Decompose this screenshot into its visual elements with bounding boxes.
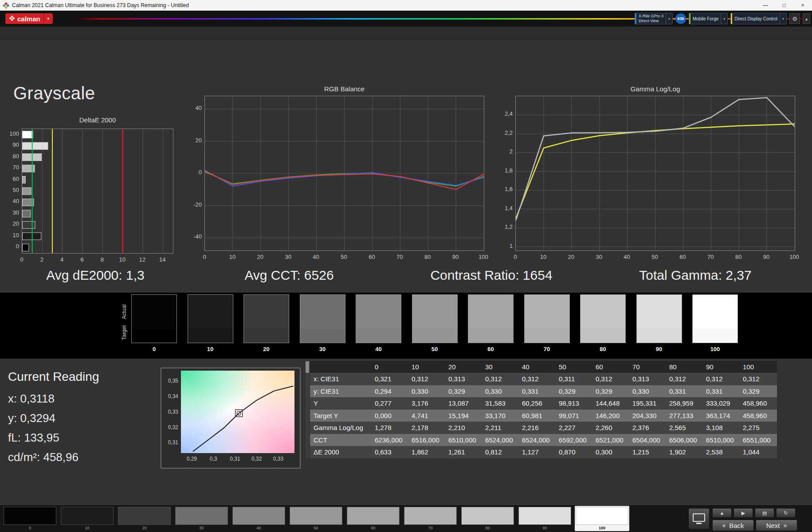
close-button[interactable]: × <box>793 0 812 11</box>
table-cell: 0,312 <box>519 375 556 383</box>
pattern-button-60[interactable]: 60 <box>346 506 400 531</box>
deltae-y-tick: 10 <box>0 232 19 239</box>
rgb-y-tick: -40 <box>183 233 202 240</box>
grayscale-swatch-10 <box>188 294 233 343</box>
pattern-swatch <box>61 507 114 525</box>
rgb-x-tick: 70 <box>391 254 408 260</box>
pattern-grid-button[interactable]: ▤ <box>755 508 774 518</box>
pattern-window-button[interactable] <box>688 508 710 529</box>
gamma-y-tick: 2,2 <box>494 129 513 136</box>
swatch-actual <box>356 295 401 329</box>
pattern-swatch <box>347 507 400 525</box>
table-cell: 2,565 <box>667 424 703 431</box>
pattern-button-70[interactable]: 70 <box>403 506 458 531</box>
pattern-button-90[interactable]: 90 <box>518 506 572 531</box>
minimize-button[interactable]: — <box>756 0 775 11</box>
pattern-button-40[interactable]: 40 <box>231 506 286 531</box>
table-row: y: CIE310,2940,3300,3290,3300,3310,3290,… <box>310 385 777 398</box>
gamma-x-tick: 10 <box>534 254 552 260</box>
calman-menu-button[interactable]: calman <box>5 13 45 24</box>
pattern-button-50[interactable]: 50 <box>289 506 343 531</box>
table-cell: 0,330 <box>409 387 446 395</box>
toolbar-right-cluster: X-Rite i1Pro 3 Direct View ▾ 636 Mobile … <box>635 13 810 24</box>
table-row: Gamma Log/Log1,2782,1782,2102,2112,2162,… <box>310 422 777 434</box>
table-cell: 6551,000 <box>740 436 777 444</box>
table-cell: 0,313 <box>446 375 482 383</box>
swatch-level-label: 40 <box>356 346 401 352</box>
pattern-swatch <box>290 507 342 525</box>
deltae-chart-svg <box>22 129 173 253</box>
swatch-level-label: 0 <box>131 346 177 352</box>
swatch-level-label: 80 <box>580 346 626 352</box>
table-cell: 0,313 <box>630 375 667 383</box>
gamma-y-tick: 1 <box>494 243 513 249</box>
swatch-level-label: 70 <box>524 346 570 352</box>
pattern-button-80[interactable]: 80 <box>460 506 515 531</box>
pattern-button-20[interactable]: 20 <box>117 506 172 531</box>
collapse-toolbar-button[interactable]: ▴ <box>803 13 810 24</box>
gamma-y-tick: 1,6 <box>494 186 513 192</box>
table-cell: 6236,000 <box>372 436 409 444</box>
source-selector[interactable]: Mobile Forge ▾ <box>689 13 728 24</box>
meter-selector[interactable]: X-Rite i1Pro 3 Direct View ▾ <box>635 13 673 24</box>
table-cell: 0,312 <box>703 375 740 383</box>
swatch-level-label: 20 <box>243 346 289 352</box>
current-reading-title: Current Reading <box>8 370 99 384</box>
swatch-actual <box>244 295 289 329</box>
table-cell: 0,330 <box>482 387 519 395</box>
calman-logo-text: calman <box>17 15 40 23</box>
cie-chart-svg <box>181 371 294 453</box>
pattern-up-button[interactable]: ▲ <box>712 508 732 518</box>
contrast-ratio-stat: Contrast Ratio: 1654 <box>430 268 552 283</box>
pattern-play-button[interactable]: ▶ <box>734 508 753 518</box>
gamma-y-tick: 1,8 <box>494 167 513 174</box>
pattern-button-10[interactable]: 10 <box>60 506 114 531</box>
deltae-x-tick: 8 <box>95 256 109 263</box>
back-label: Back <box>729 522 744 529</box>
table-cell: 0,331 <box>519 387 556 395</box>
table-column-header: 30 <box>482 363 519 371</box>
current-reading-fl: fL: 133,95 <box>8 431 59 445</box>
swatch-target <box>468 329 513 343</box>
display-control-selector[interactable]: Direct Display Control ▾ <box>730 13 787 24</box>
rgb-x-tick: 50 <box>335 254 353 260</box>
back-button[interactable]: « Back <box>712 520 754 531</box>
pattern-button-0[interactable]: 0 <box>3 506 57 531</box>
settings-gear-button[interactable]: ⚙ <box>789 13 800 24</box>
pattern-refresh-button[interactable]: ↻ <box>776 508 796 518</box>
calman-menu-caret[interactable]: ▾ <box>43 13 53 24</box>
next-button[interactable]: Next » <box>756 520 797 531</box>
gamma-x-tick: 0 <box>506 254 524 260</box>
table-row-label: ΔE 2000 <box>310 448 372 456</box>
cie-x-tick: 0,33 <box>269 456 287 462</box>
table-column-header: 100 <box>740 363 777 371</box>
grayscale-swatch-90 <box>636 294 682 343</box>
deltae-y-tick: 30 <box>0 209 19 216</box>
table-header-row: 0102030405060708090100 <box>310 361 777 373</box>
table-cell: 0,294 <box>372 387 409 395</box>
gamma-x-tick: 20 <box>562 254 580 260</box>
rgb-y-tick: 40 <box>183 105 202 111</box>
deltae-y-tick: 80 <box>0 153 19 160</box>
table-column-header: 50 <box>556 363 593 371</box>
deltae-y-tick: 60 <box>0 176 19 182</box>
table-cell: 3,176 <box>409 399 446 407</box>
back-chevrons-icon: « <box>722 522 726 529</box>
table-cell: 0,312 <box>740 375 777 383</box>
swatch-level-label: 90 <box>636 346 682 352</box>
table-row-label: y: CIE31 <box>310 387 372 395</box>
grayscale-swatch-0 <box>131 294 177 343</box>
table-cell: 0,000 <box>372 412 409 419</box>
table-cell: 6510,000 <box>703 436 740 444</box>
table-cell: 204,330 <box>630 412 667 419</box>
pattern-button-30[interactable]: 30 <box>174 506 229 531</box>
pattern-button-100[interactable]: 100 <box>575 506 629 531</box>
layout-tab-bar <box>0 27 812 39</box>
meter-count-badge[interactable]: 636 <box>675 13 686 24</box>
table-scrollbar[interactable] <box>306 361 309 458</box>
table-cell: 0,312 <box>667 375 703 383</box>
pattern-label: 10 <box>60 525 114 531</box>
table-scrollbar-thumb[interactable] <box>306 361 309 373</box>
maximize-button[interactable]: □ <box>775 0 793 11</box>
swatch-actual <box>468 295 513 329</box>
